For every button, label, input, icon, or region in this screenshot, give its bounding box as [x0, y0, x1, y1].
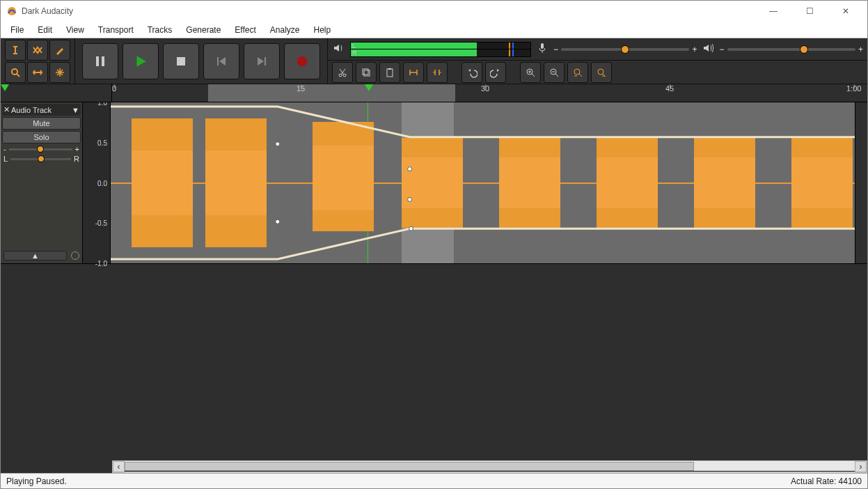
empty-track-space[interactable]	[1, 264, 867, 460]
fit-selection-button[interactable]	[567, 62, 588, 83]
horizontal-scrollbar[interactable]: ‹ ›	[112, 460, 867, 473]
mute-button[interactable]: Mute	[2, 117, 81, 130]
toolbar-area: L R − + − +	[1, 38, 867, 84]
fit-project-button[interactable]	[591, 62, 612, 83]
menu-effect[interactable]: Effect	[228, 23, 262, 37]
record-volume-slider[interactable]: − +	[553, 45, 697, 54]
close-button[interactable]: ✕	[830, 1, 862, 22]
collapse-button[interactable]: ▲	[3, 251, 67, 261]
scroll-thumb[interactable]	[125, 462, 694, 471]
tracks-area: ✕ Audio Track ▼ Mute Solo - + L R ▲ 1.00	[1, 102, 867, 460]
zoom-in-button[interactable]	[520, 62, 541, 83]
hscroll-row: ‹ ›	[1, 460, 867, 473]
vertical-scrollbar[interactable]	[855, 102, 867, 263]
audio-block[interactable]	[499, 138, 560, 228]
track-control-panel: ✕ Audio Track ▼ Mute Solo - + L R ▲	[1, 102, 83, 263]
waveform-display[interactable]	[111, 102, 855, 263]
gain-slider[interactable]: - +	[2, 145, 81, 153]
skip-start-button[interactable]	[203, 43, 239, 79]
ruler-tick: 30	[481, 84, 489, 93]
svg-rect-8	[541, 43, 544, 49]
audio-block[interactable]	[597, 138, 658, 228]
vruler-label: 0.5	[97, 139, 107, 146]
audio-block[interactable]	[694, 138, 755, 228]
timeshift-tool[interactable]	[27, 62, 48, 83]
skip-end-button[interactable]	[244, 43, 280, 79]
menu-help[interactable]: Help	[307, 23, 338, 37]
minus-icon: −	[720, 45, 725, 54]
scroll-left-button[interactable]: ‹	[113, 461, 125, 472]
status-text: Playing Paused.	[6, 476, 67, 486]
menu-generate[interactable]: Generate	[179, 23, 228, 37]
cut-button[interactable]	[332, 62, 353, 83]
pan-right: R	[74, 155, 79, 163]
multi-tool[interactable]	[49, 62, 70, 83]
plus-icon: +	[692, 45, 697, 54]
draw-tool[interactable]	[49, 40, 70, 61]
zoom-tool[interactable]	[5, 62, 26, 83]
trim-button[interactable]	[403, 62, 424, 83]
actual-rate: Actual Rate: 44100	[791, 476, 862, 486]
playback-meter[interactable]: L R	[350, 42, 531, 57]
record-button[interactable]	[284, 43, 320, 79]
playback-speaker2-icon	[702, 41, 716, 57]
gain-plus: +	[75, 145, 79, 153]
minimize-button[interactable]: —	[757, 1, 789, 22]
envelope-tool[interactable]	[27, 40, 48, 61]
zoom-out-button[interactable]	[544, 62, 565, 83]
pause-button[interactable]	[82, 43, 118, 79]
undo-button[interactable]	[461, 62, 482, 83]
menu-file[interactable]: File	[3, 23, 31, 37]
maximize-icon: ☐	[806, 6, 814, 16]
menu-transport[interactable]: Transport	[91, 23, 141, 37]
playhead-marker-icon[interactable]	[365, 84, 373, 91]
svg-rect-4	[177, 57, 185, 65]
audio-block[interactable]	[791, 138, 853, 228]
menubar: File Edit View Transport Tracks Generate…	[1, 22, 867, 38]
track-dropdown-icon[interactable]: ▼	[72, 106, 79, 114]
solo-button[interactable]: Solo	[2, 131, 81, 143]
plus-icon: +	[858, 45, 863, 54]
paste-button[interactable]	[379, 62, 400, 83]
svg-point-17	[574, 69, 580, 75]
copy-button[interactable]	[356, 62, 377, 83]
svg-rect-3	[102, 56, 104, 66]
meter-r-label: R	[352, 49, 357, 56]
selection-tool[interactable]	[5, 40, 26, 61]
scroll-right-button[interactable]: ›	[855, 461, 867, 472]
track-name[interactable]: Audio Track	[11, 106, 70, 114]
svg-point-18	[598, 69, 603, 75]
menu-analyze[interactable]: Analyze	[263, 23, 307, 37]
menu-tracks[interactable]: Tracks	[141, 23, 180, 37]
stop-button[interactable]	[163, 43, 199, 79]
audio-block[interactable]	[132, 118, 193, 247]
pan-slider[interactable]: L R	[2, 155, 81, 163]
vruler-label: 1.0	[97, 102, 107, 107]
menu-edit[interactable]: Edit	[31, 23, 59, 37]
ruler-tick: 45	[665, 84, 674, 93]
gain-minus: -	[3, 145, 6, 153]
tools-toolbar	[1, 38, 75, 84]
svg-point-7	[297, 56, 307, 66]
vruler-label: -1.0	[95, 260, 107, 267]
sync-lock-icon[interactable]	[71, 251, 79, 260]
timeline-ruler[interactable]: 01530451:00	[1, 84, 867, 102]
redo-button[interactable]	[485, 62, 506, 83]
playback-speaker-icon	[332, 41, 346, 57]
pin-marker-icon[interactable]	[1, 84, 9, 91]
vertical-ruler[interactable]: 1.00.50.0-0.5-1.0	[83, 102, 111, 263]
minus-icon: −	[553, 45, 558, 54]
svg-rect-12	[364, 70, 370, 76]
track-close-button[interactable]: ✕	[3, 105, 10, 114]
audio-block[interactable]	[205, 118, 267, 247]
audio-block[interactable]	[313, 122, 374, 231]
maximize-button[interactable]: ☐	[794, 1, 826, 22]
statusbar: Playing Paused. Actual Rate: 44100	[1, 473, 867, 488]
audio-block[interactable]	[402, 138, 463, 228]
menu-view[interactable]: View	[59, 23, 91, 37]
play-button[interactable]	[123, 43, 159, 79]
playback-volume-slider[interactable]: − +	[720, 45, 864, 54]
silence-button[interactable]	[427, 62, 448, 83]
svg-rect-14	[388, 68, 391, 70]
selection-range[interactable]	[208, 84, 455, 102]
